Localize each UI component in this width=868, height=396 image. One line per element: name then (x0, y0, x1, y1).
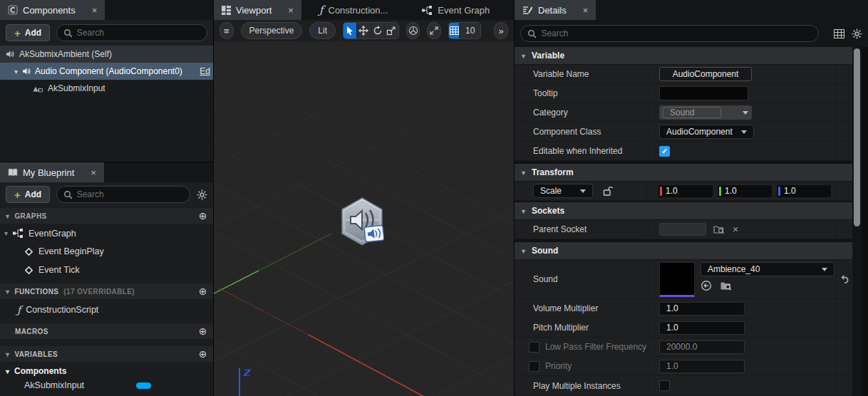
parent-socket-input[interactable] (659, 223, 706, 236)
components-search-input[interactable] (77, 28, 200, 38)
tab-event-graph[interactable]: Event Graph (414, 0, 497, 20)
coordinate-space-button[interactable] (406, 22, 420, 39)
add-variable-icon[interactable]: ⊕ (199, 348, 207, 360)
move-tool-button[interactable] (357, 23, 371, 38)
settings-gear-icon[interactable] (197, 189, 207, 200)
surface-snapping-button[interactable] (427, 22, 441, 39)
components-search[interactable] (56, 24, 207, 41)
tab-construction-script[interactable]: ƒ Construction... (311, 0, 396, 20)
tab-components-label: Components (23, 5, 76, 16)
perspective-button[interactable]: Perspective (241, 22, 303, 39)
scale-y-input[interactable] (721, 186, 772, 196)
scale-tool-button[interactable] (385, 23, 398, 38)
graphs-header[interactable]: ▾ GRAPHS ⊕ (0, 208, 213, 224)
details-scrollbar-thumb[interactable] (854, 48, 860, 226)
component-class-dropdown[interactable]: AudioComponent (659, 125, 754, 139)
clear-socket-icon[interactable]: × (733, 224, 738, 235)
rotate-tool-button[interactable] (371, 23, 385, 38)
my-blueprint-search[interactable] (56, 186, 190, 203)
scale-row: Scale (515, 182, 852, 201)
socket-picker-icon[interactable] (713, 224, 725, 234)
toolbar-overflow-button[interactable]: » (494, 22, 508, 39)
category-dropdown[interactable]: Sound (659, 105, 752, 120)
macros-header[interactable]: MACROS ⊕ (0, 323, 213, 339)
tab-details[interactable]: Details × (515, 0, 596, 20)
transform-mode-dropdown[interactable]: Scale (533, 184, 593, 198)
details-settings-gear-icon[interactable] (852, 28, 862, 39)
display-filter-icon[interactable] (834, 29, 845, 38)
details-search-input[interactable] (541, 28, 812, 38)
add-function-icon[interactable]: ⊕ (199, 286, 207, 297)
tab-components[interactable]: Components × (0, 0, 105, 20)
sockets-section-header[interactable]: ▾ Sockets (515, 202, 852, 220)
lit-button[interactable]: Lit (309, 22, 336, 39)
tree-row-aksubmixinput[interactable]: AkSubmixInput (0, 80, 213, 97)
transform-section-header[interactable]: ▾ Transform (515, 164, 852, 182)
transform-mode-value: Scale (540, 186, 562, 196)
scale-z-field[interactable] (776, 184, 832, 198)
sound-section-header[interactable]: ▾ Sound (515, 242, 852, 260)
details-scrollbar-track[interactable] (852, 47, 862, 396)
expand-caret-icon[interactable]: ▾ (14, 68, 18, 75)
edit-link[interactable]: Ed (200, 66, 210, 76)
caret-down-icon: ▾ (6, 350, 9, 358)
scale-x-field[interactable] (658, 184, 713, 198)
tree-row-root[interactable]: AkSubmixAmbient (Self) (0, 46, 213, 63)
close-icon[interactable]: × (583, 5, 589, 16)
low-pass-filter-checkbox[interactable] (529, 342, 539, 353)
unlocked-icon[interactable] (603, 186, 614, 196)
snap-icon (429, 26, 439, 36)
low-pass-filter-row: Low Pass Filter Frequency (515, 338, 852, 357)
functions-header[interactable]: ▾ FUNCTIONS (17 OVERRIDABLE) ⊕ (0, 283, 213, 299)
close-icon[interactable]: × (288, 5, 294, 16)
audio-component-billboard[interactable] (340, 197, 384, 246)
viewport-3d-area[interactable]: Z (214, 41, 514, 396)
viewport-menu-button[interactable]: ≡ (219, 22, 234, 39)
variable-aksubmixinput-row[interactable]: AkSubmixInput (0, 378, 213, 392)
close-icon[interactable]: × (91, 167, 96, 178)
close-icon[interactable]: × (92, 5, 98, 16)
sound-asset-dropdown[interactable]: Ambience_40 (701, 262, 835, 276)
priority-input[interactable] (659, 360, 745, 373)
add-component-button[interactable]: + Add (6, 24, 50, 41)
add-macro-icon[interactable]: ⊕ (199, 325, 207, 337)
variable-section-header[interactable]: ▾ Variable (515, 47, 852, 65)
details-search[interactable] (520, 25, 819, 42)
grid-snap-size[interactable]: 10 (460, 23, 480, 38)
tab-my-blueprint[interactable]: My Blueprint × (0, 162, 104, 182)
tree-row-audio-component[interactable]: ▾ Audio Component (AudioComponent0) Ed (0, 63, 213, 80)
category-row: Category Sound (515, 103, 852, 123)
use-selected-asset-icon[interactable] (701, 280, 712, 291)
details-icon (522, 6, 533, 15)
tooltip-input[interactable] (659, 86, 748, 100)
volume-multiplier-input[interactable] (659, 302, 745, 316)
event-beginplay-row[interactable]: Event BeginPlay (0, 242, 213, 261)
variables-header[interactable]: ▾ VARIABLES ⊕ (0, 346, 213, 362)
reset-to-default-icon[interactable] (839, 275, 849, 283)
add-blueprint-item-button[interactable]: + Add (6, 186, 50, 203)
cursor-icon (346, 26, 354, 36)
scale-y-field[interactable] (717, 184, 773, 198)
lit-label: Lit (318, 26, 327, 36)
priority-checkbox[interactable] (529, 361, 539, 372)
event-graph-row[interactable]: ▾ EventGraph (0, 224, 213, 242)
my-blueprint-search-input[interactable] (77, 189, 183, 199)
pitch-multiplier-input[interactable] (659, 321, 745, 335)
components-variable-group[interactable]: ▾ Components (0, 364, 213, 378)
grid-snap-button[interactable] (449, 23, 460, 38)
editable-checkbox[interactable]: ✓ (659, 146, 670, 157)
event-tick-row[interactable]: Event Tick (0, 261, 213, 279)
low-pass-filter-input[interactable] (659, 340, 745, 354)
construction-script-row[interactable]: ƒ ConstructionScript (0, 300, 213, 319)
tab-viewport[interactable]: Viewport × (214, 0, 301, 20)
scale-x-input[interactable] (662, 186, 713, 196)
sound-asset-thumbnail[interactable] (659, 262, 695, 297)
scale-z-input[interactable] (780, 186, 831, 196)
variable-name-input[interactable] (659, 67, 752, 81)
browse-to-asset-icon[interactable] (720, 281, 733, 291)
add-graph-icon[interactable]: ⊕ (199, 210, 207, 222)
caret-down-icon[interactable]: ▾ (4, 229, 8, 237)
select-tool-button[interactable] (343, 23, 357, 38)
play-multiple-instances-checkbox[interactable] (659, 380, 670, 391)
priority-label: Priority (545, 361, 572, 371)
